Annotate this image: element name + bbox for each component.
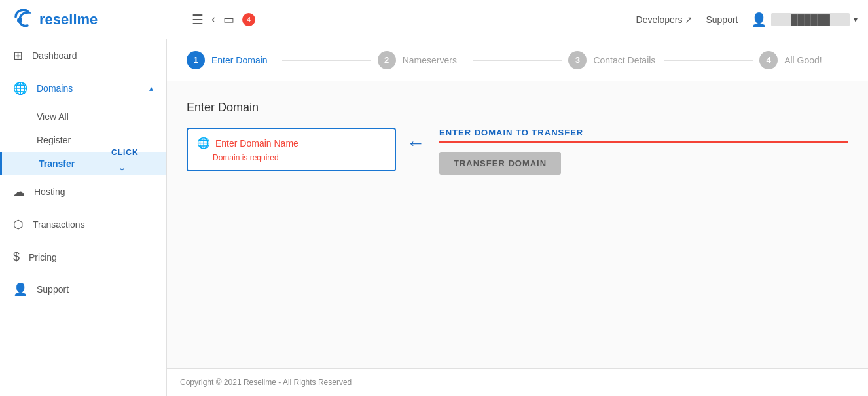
form-area: Enter Domain 🌐 Domain is required ← ENTE — [167, 81, 868, 368]
logo-text: resellme — [39, 11, 98, 28]
step-circle-4: 4 — [759, 51, 778, 69]
svg-point-0 — [17, 18, 22, 23]
nav-right: Developers ↗ Support 👤 ██████ ▾ — [636, 12, 858, 27]
logo-icon — [10, 5, 35, 34]
external-link-icon: ↗ — [685, 14, 693, 25]
support-label: Support — [706, 14, 738, 25]
sidebar-item-dashboard[interactable]: ⊞ Dashboard — [0, 39, 166, 72]
form-title: Enter Domain — [187, 101, 848, 115]
stepper: 1 Enter Domain 2 Nameservers 3 Contact D… — [167, 39, 868, 81]
step-label-3: Contact Details — [593, 55, 655, 65]
click-arrow-icon: ↓ — [118, 157, 126, 174]
sidebar-item-label: Domains — [37, 83, 140, 94]
step-label-4: All Good! — [784, 55, 822, 65]
bottom-divider — [167, 363, 868, 363]
chevron-up-icon: ▴ — [149, 84, 153, 93]
view-all-label: View All — [37, 111, 69, 122]
transfer-domain-button[interactable]: TRANSFER DOMAIN — [439, 152, 561, 175]
nav-left: resellme ☰ ‹ ▭ 4 — [10, 5, 255, 34]
sidebar-item-domains[interactable]: 🌐 Domains ▴ — [0, 72, 166, 105]
dollar-icon: $ — [13, 250, 20, 264]
step-contact-details: 3 Contact Details — [568, 51, 657, 69]
step-all-good: 4 All Good! — [759, 51, 848, 69]
sidebar-item-hosting[interactable]: ☁ Hosting — [0, 175, 166, 208]
footer: Copyright © 2021 Resellme - All Rights R… — [167, 368, 868, 396]
globe-nav-icon: 🌐 — [13, 81, 27, 96]
main-content: 1 Enter Domain 2 Nameservers 3 Contact D… — [167, 39, 868, 396]
transfer-item-wrapper: CLICK ↓ Transfer — [0, 152, 166, 175]
notification-badge[interactable]: 4 — [242, 13, 255, 26]
developers-label: Developers — [636, 14, 683, 25]
dashboard-icon: ⊞ — [13, 48, 23, 63]
domains-submenu: View All Register CLICK ↓ Transfer — [0, 105, 166, 175]
step-label-2: Nameservers — [403, 55, 457, 65]
support-link[interactable]: Support — [706, 14, 738, 25]
enter-domain-annotation: ENTER DOMAIN TO TRANSFER — [439, 128, 848, 143]
sidebar-item-label: Dashboard — [32, 50, 153, 61]
copyright-text: Copyright © 2021 Resellme - All Rights R… — [180, 378, 352, 387]
hamburger-icon[interactable]: ☰ — [192, 12, 204, 27]
chevron-down-icon: ▾ — [854, 15, 858, 24]
window-icon[interactable]: ▭ — [223, 12, 234, 27]
step-circle-2: 2 — [378, 51, 396, 69]
step-label-1: Enter Domain — [211, 55, 268, 65]
sidebar-item-pricing[interactable]: $ Pricing — [0, 241, 166, 273]
sidebar-item-transactions[interactable]: ⬡ Transactions — [0, 208, 166, 241]
arrow-annotation: ← — [407, 133, 429, 154]
step-circle-1: 1 — [187, 51, 205, 69]
sidebar-item-support[interactable]: 👤 Support — [0, 273, 166, 306]
back-icon[interactable]: ‹ — [211, 12, 215, 26]
domain-globe-icon: 🌐 — [197, 137, 210, 149]
step-circle-3: 3 — [568, 51, 587, 69]
step-connector-3 — [664, 60, 753, 61]
domain-input-section: 🌐 Domain is required ← ENTER DOMAIN TO T… — [187, 128, 848, 175]
sidebar-item-transfer[interactable]: Transfer — [0, 152, 166, 175]
sidebar-item-label: Transactions — [33, 219, 153, 230]
step-nameservers: 2 Nameservers — [378, 51, 467, 69]
support-icon: 👤 — [13, 282, 27, 297]
transactions-icon: ⬡ — [13, 217, 24, 232]
sidebar-item-label: Pricing — [29, 252, 153, 262]
cloud-icon: ☁ — [13, 185, 25, 199]
top-navigation: resellme ☰ ‹ ▭ 4 Developers ↗ Support 👤 … — [0, 0, 868, 39]
left-arrow-icon: ← — [407, 133, 425, 154]
developers-link[interactable]: Developers ↗ — [636, 14, 693, 25]
sidebar-item-register[interactable]: Register — [0, 128, 166, 152]
sidebar: ⊞ Dashboard 🌐 Domains ▴ View All Registe… — [0, 39, 167, 396]
transfer-label: Transfer — [39, 158, 75, 169]
user-name: ██████ — [771, 13, 850, 26]
step-connector-2 — [473, 60, 562, 61]
domain-input-box: 🌐 Domain is required — [187, 128, 396, 171]
user-menu[interactable]: 👤 ██████ ▾ — [751, 12, 858, 27]
sidebar-item-label: Support — [37, 284, 153, 295]
user-icon: 👤 — [751, 12, 767, 27]
domain-name-input[interactable] — [215, 138, 386, 149]
sidebar-item-label: Hosting — [34, 187, 153, 197]
step-enter-domain: 1 Enter Domain — [187, 51, 276, 69]
domain-input-inner: 🌐 — [197, 137, 386, 149]
register-label: Register — [37, 135, 71, 145]
right-section: ENTER DOMAIN TO TRANSFER TRANSFER DOMAIN — [439, 128, 848, 175]
domain-error-text: Domain is required — [197, 153, 386, 162]
click-annotation-text: CLICK — [111, 148, 139, 157]
step-connector-1 — [282, 60, 371, 61]
sidebar-item-view-all[interactable]: View All — [0, 105, 166, 128]
